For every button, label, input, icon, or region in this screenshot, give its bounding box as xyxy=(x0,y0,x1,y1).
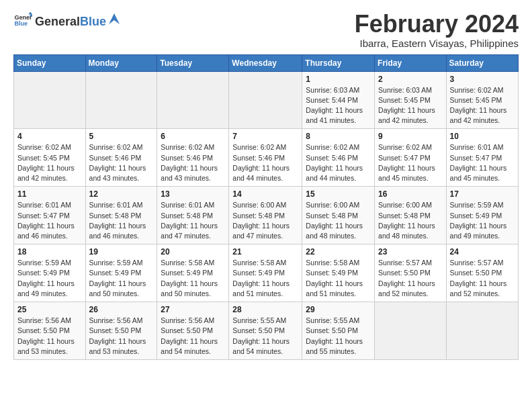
day-cell: 16Sunrise: 6:00 AM Sunset: 5:48 PM Dayli… xyxy=(375,187,447,244)
svg-marker-4 xyxy=(109,13,120,24)
day-cell: 26Sunrise: 5:56 AM Sunset: 5:50 PM Dayli… xyxy=(85,302,157,360)
day-cell xyxy=(375,302,447,360)
day-cell: 2Sunrise: 6:03 AM Sunset: 5:45 PM Daylig… xyxy=(375,71,447,129)
day-info: Sunrise: 5:59 AM Sunset: 5:49 PM Dayligh… xyxy=(17,258,82,299)
day-info: Sunrise: 6:02 AM Sunset: 5:47 PM Dayligh… xyxy=(378,142,443,183)
day-info: Sunrise: 5:58 AM Sunset: 5:49 PM Dayligh… xyxy=(161,258,225,299)
day-cell: 5Sunrise: 6:02 AM Sunset: 5:46 PM Daylig… xyxy=(85,129,157,187)
day-cell: 4Sunrise: 6:02 AM Sunset: 5:45 PM Daylig… xyxy=(14,129,86,187)
day-info: Sunrise: 6:03 AM Sunset: 5:44 PM Dayligh… xyxy=(306,85,371,126)
day-info: Sunrise: 5:59 AM Sunset: 5:49 PM Dayligh… xyxy=(89,258,154,299)
day-number: 13 xyxy=(161,189,225,199)
calendar-table: SundayMondayTuesdayWednesdayThursdayFrid… xyxy=(13,54,519,360)
day-number: 20 xyxy=(161,247,225,257)
day-info: Sunrise: 6:02 AM Sunset: 5:46 PM Dayligh… xyxy=(161,142,225,183)
day-number: 17 xyxy=(450,189,515,199)
day-cell: 12Sunrise: 6:01 AM Sunset: 5:48 PM Dayli… xyxy=(85,187,157,244)
logo: General Blue GeneralBlue xyxy=(13,11,121,30)
day-number: 9 xyxy=(378,132,443,141)
day-number: 12 xyxy=(89,189,154,199)
logo-general: General xyxy=(35,15,80,29)
day-number: 15 xyxy=(306,189,371,199)
day-number: 14 xyxy=(232,189,298,199)
day-number: 28 xyxy=(232,305,298,314)
day-info: Sunrise: 6:02 AM Sunset: 5:45 PM Dayligh… xyxy=(17,142,82,183)
day-number: 10 xyxy=(450,132,515,141)
col-header-saturday: Saturday xyxy=(446,54,518,71)
day-cell: 14Sunrise: 6:00 AM Sunset: 5:48 PM Dayli… xyxy=(229,187,302,244)
day-number: 3 xyxy=(450,75,515,84)
day-info: Sunrise: 5:56 AM Sunset: 5:50 PM Dayligh… xyxy=(161,316,225,357)
day-cell: 6Sunrise: 6:02 AM Sunset: 5:46 PM Daylig… xyxy=(157,129,229,187)
day-cell: 10Sunrise: 6:01 AM Sunset: 5:47 PM Dayli… xyxy=(446,129,518,187)
day-info: Sunrise: 6:01 AM Sunset: 5:48 PM Dayligh… xyxy=(89,200,154,241)
day-number: 1 xyxy=(306,75,371,84)
col-header-friday: Friday xyxy=(375,54,447,71)
day-info: Sunrise: 5:55 AM Sunset: 5:50 PM Dayligh… xyxy=(232,316,298,357)
day-cell: 23Sunrise: 5:57 AM Sunset: 5:50 PM Dayli… xyxy=(375,244,447,302)
week-row-1: 1Sunrise: 6:03 AM Sunset: 5:44 PM Daylig… xyxy=(14,71,519,129)
col-header-monday: Monday xyxy=(85,54,157,71)
day-info: Sunrise: 5:57 AM Sunset: 5:50 PM Dayligh… xyxy=(378,258,443,299)
day-number: 6 xyxy=(161,132,225,141)
svg-text:Blue: Blue xyxy=(14,20,28,27)
logo-blue: Blue xyxy=(80,15,106,29)
day-cell: 27Sunrise: 5:56 AM Sunset: 5:50 PM Dayli… xyxy=(157,302,229,360)
day-cell: 15Sunrise: 6:00 AM Sunset: 5:48 PM Dayli… xyxy=(302,187,375,244)
week-row-4: 18Sunrise: 5:59 AM Sunset: 5:49 PM Dayli… xyxy=(14,244,519,302)
logo-icon: General Blue xyxy=(13,11,32,30)
day-info: Sunrise: 5:59 AM Sunset: 5:49 PM Dayligh… xyxy=(450,200,515,241)
day-info: Sunrise: 6:01 AM Sunset: 5:47 PM Dayligh… xyxy=(17,200,82,241)
day-info: Sunrise: 6:00 AM Sunset: 5:48 PM Dayligh… xyxy=(306,200,371,241)
day-info: Sunrise: 5:55 AM Sunset: 5:50 PM Dayligh… xyxy=(306,316,371,357)
day-cell: 22Sunrise: 5:58 AM Sunset: 5:49 PM Dayli… xyxy=(302,244,375,302)
title-area: February 2024 Ibarra, Eastern Visayas, P… xyxy=(355,11,519,49)
day-number: 18 xyxy=(17,247,82,257)
day-info: Sunrise: 5:57 AM Sunset: 5:50 PM Dayligh… xyxy=(450,258,515,299)
week-row-5: 25Sunrise: 5:56 AM Sunset: 5:50 PM Dayli… xyxy=(14,302,519,360)
day-cell xyxy=(446,302,518,360)
day-number: 27 xyxy=(161,305,225,314)
location-title: Ibarra, Eastern Visayas, Philippines xyxy=(355,38,519,49)
day-number: 25 xyxy=(17,305,82,314)
day-number: 26 xyxy=(89,305,154,314)
day-info: Sunrise: 6:02 AM Sunset: 5:46 PM Dayligh… xyxy=(232,142,298,183)
day-cell xyxy=(85,71,157,129)
col-header-tuesday: Tuesday xyxy=(157,54,229,71)
week-row-3: 11Sunrise: 6:01 AM Sunset: 5:47 PM Dayli… xyxy=(14,187,519,244)
day-info: Sunrise: 5:56 AM Sunset: 5:50 PM Dayligh… xyxy=(89,316,154,357)
header-row: SundayMondayTuesdayWednesdayThursdayFrid… xyxy=(14,54,519,71)
day-number: 8 xyxy=(306,132,371,141)
month-title: February 2024 xyxy=(355,11,519,38)
day-cell: 13Sunrise: 6:01 AM Sunset: 5:48 PM Dayli… xyxy=(157,187,229,244)
day-info: Sunrise: 6:01 AM Sunset: 5:48 PM Dayligh… xyxy=(161,200,225,241)
day-cell: 25Sunrise: 5:56 AM Sunset: 5:50 PM Dayli… xyxy=(14,302,86,360)
day-number: 16 xyxy=(378,189,443,199)
day-number: 19 xyxy=(89,247,154,257)
day-cell: 17Sunrise: 5:59 AM Sunset: 5:49 PM Dayli… xyxy=(446,187,518,244)
day-cell: 8Sunrise: 6:02 AM Sunset: 5:46 PM Daylig… xyxy=(302,129,375,187)
day-cell: 24Sunrise: 5:57 AM Sunset: 5:50 PM Dayli… xyxy=(446,244,518,302)
day-number: 4 xyxy=(17,132,82,141)
day-cell: 9Sunrise: 6:02 AM Sunset: 5:47 PM Daylig… xyxy=(375,129,447,187)
day-number: 29 xyxy=(306,305,371,314)
day-info: Sunrise: 6:02 AM Sunset: 5:46 PM Dayligh… xyxy=(89,142,154,183)
day-number: 23 xyxy=(378,247,443,257)
col-header-wednesday: Wednesday xyxy=(229,54,302,71)
col-header-thursday: Thursday xyxy=(302,54,375,71)
header: General Blue GeneralBlue February 2024 I… xyxy=(13,11,519,49)
day-info: Sunrise: 6:01 AM Sunset: 5:47 PM Dayligh… xyxy=(450,142,515,183)
day-cell: 11Sunrise: 6:01 AM Sunset: 5:47 PM Dayli… xyxy=(14,187,86,244)
day-cell: 29Sunrise: 5:55 AM Sunset: 5:50 PM Dayli… xyxy=(302,302,375,360)
day-cell: 1Sunrise: 6:03 AM Sunset: 5:44 PM Daylig… xyxy=(302,71,375,129)
day-cell xyxy=(157,71,229,129)
day-number: 24 xyxy=(450,247,515,257)
day-number: 21 xyxy=(232,247,298,257)
week-row-2: 4Sunrise: 6:02 AM Sunset: 5:45 PM Daylig… xyxy=(14,129,519,187)
day-info: Sunrise: 5:56 AM Sunset: 5:50 PM Dayligh… xyxy=(17,316,82,357)
day-cell: 20Sunrise: 5:58 AM Sunset: 5:49 PM Dayli… xyxy=(157,244,229,302)
day-info: Sunrise: 5:58 AM Sunset: 5:49 PM Dayligh… xyxy=(306,258,371,299)
day-cell: 21Sunrise: 5:58 AM Sunset: 5:49 PM Dayli… xyxy=(229,244,302,302)
svg-marker-2 xyxy=(28,11,32,14)
day-cell: 7Sunrise: 6:02 AM Sunset: 5:46 PM Daylig… xyxy=(229,129,302,187)
